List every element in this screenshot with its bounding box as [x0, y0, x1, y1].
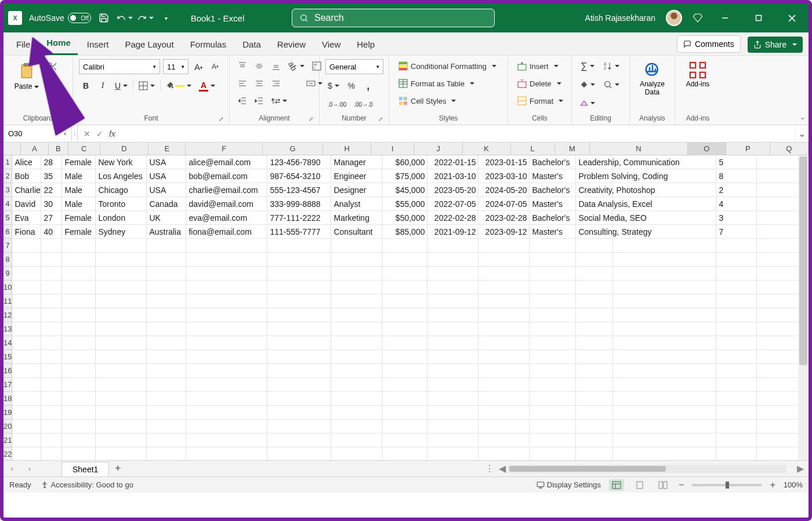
cell[interactable]: 3 — [716, 211, 757, 224]
cell[interactable] — [613, 364, 716, 377]
row-header[interactable]: 7 — [3, 239, 12, 253]
cell[interactable] — [478, 239, 530, 252]
cell[interactable] — [96, 322, 147, 336]
cell[interactable] — [530, 294, 576, 308]
cell[interactable] — [757, 350, 803, 363]
cell[interactable]: 2023-03-10 — [478, 169, 530, 183]
cell[interactable] — [96, 267, 147, 280]
cell[interactable] — [576, 364, 613, 377]
cell[interactable]: eva@email.com — [186, 211, 267, 224]
cell[interactable] — [382, 392, 427, 405]
cell[interactable] — [331, 308, 382, 322]
cell[interactable]: 123-456-7890 — [267, 155, 331, 169]
cell[interactable] — [427, 406, 478, 419]
cell[interactable] — [613, 420, 716, 433]
paste-button[interactable]: Paste — [9, 59, 44, 93]
cell[interactable] — [62, 322, 96, 336]
cell[interactable] — [576, 308, 613, 322]
row-header[interactable]: 12 — [3, 308, 12, 322]
cell[interactable] — [613, 155, 716, 169]
column-header[interactable]: F — [186, 143, 263, 155]
cell[interactable] — [62, 420, 96, 433]
row-header[interactable]: 13 — [3, 322, 12, 336]
cell[interactable] — [716, 392, 757, 405]
cell[interactable]: 40 — [41, 225, 62, 238]
cell[interactable] — [331, 322, 382, 336]
fx-icon[interactable]: fx — [109, 129, 115, 139]
cell[interactable] — [427, 294, 478, 308]
cell[interactable] — [757, 322, 803, 336]
cell[interactable] — [186, 267, 267, 280]
cell[interactable] — [613, 322, 716, 336]
cell[interactable] — [147, 267, 186, 280]
cell[interactable] — [41, 420, 62, 433]
cell[interactable]: David — [12, 197, 41, 210]
cell[interactable]: Engineer — [331, 169, 382, 183]
cell[interactable] — [427, 447, 478, 460]
cancel-formula-icon[interactable]: ✕ — [84, 129, 90, 139]
decrease-indent-icon[interactable] — [235, 94, 249, 108]
borders-button[interactable] — [136, 79, 157, 93]
accessibility-status[interactable]: Accessibility: Good to go — [41, 480, 133, 489]
cell[interactable] — [613, 378, 716, 391]
cell[interactable]: Bachelor's — [530, 211, 576, 224]
cell[interactable] — [757, 378, 803, 391]
cell[interactable]: Manager — [331, 155, 382, 169]
normal-view-icon[interactable] — [609, 479, 624, 491]
cell[interactable]: Eva — [12, 211, 41, 224]
font-color-button[interactable]: A — [197, 79, 217, 93]
cell[interactable] — [96, 280, 147, 294]
cell[interactable] — [613, 280, 716, 294]
cell[interactable] — [613, 183, 716, 196]
cell[interactable] — [757, 239, 803, 252]
cell[interactable] — [757, 155, 803, 169]
tab-review[interactable]: Review — [270, 35, 313, 55]
cell[interactable] — [613, 447, 716, 460]
cell[interactable] — [186, 253, 267, 266]
cell[interactable] — [267, 308, 331, 322]
formula-expand-icon[interactable]: ⌄ — [795, 125, 809, 142]
tab-formulas[interactable]: Formulas — [183, 35, 234, 55]
cell[interactable] — [12, 433, 41, 447]
column-header[interactable]: G — [263, 143, 323, 155]
cell[interactable] — [530, 308, 576, 322]
add-sheet-button[interactable]: + — [109, 462, 126, 475]
cell[interactable]: 2 — [716, 183, 757, 196]
cell[interactable] — [62, 336, 96, 349]
row-header[interactable]: 1 — [3, 155, 12, 169]
hscroll-left-icon[interactable]: ◀ — [499, 463, 506, 474]
column-header[interactable]: J — [414, 143, 462, 155]
column-header[interactable]: D — [100, 143, 148, 155]
cell[interactable] — [427, 378, 478, 391]
cell[interactable] — [716, 322, 757, 336]
cell[interactable] — [186, 420, 267, 433]
cell[interactable] — [12, 420, 41, 433]
cell[interactable] — [12, 239, 41, 252]
cell[interactable] — [331, 433, 382, 447]
cell[interactable] — [530, 420, 576, 433]
cell[interactable]: 987-654-3210 — [267, 169, 331, 183]
tab-view[interactable]: View — [315, 35, 347, 55]
analyze-data-button[interactable]: Analyze Data — [636, 59, 669, 99]
underline-button[interactable]: U — [113, 79, 130, 93]
cell[interactable]: Male — [62, 197, 96, 210]
cell[interactable]: Master's — [530, 197, 576, 210]
tab-data[interactable]: Data — [235, 35, 268, 55]
cell[interactable]: 111-555-7777 — [267, 225, 331, 238]
cell[interactable] — [267, 280, 331, 294]
cell[interactable] — [41, 253, 62, 266]
cell[interactable] — [267, 267, 331, 280]
cell[interactable] — [427, 350, 478, 363]
cell[interactable] — [427, 392, 478, 405]
autosum-button[interactable]: ∑ — [578, 59, 597, 73]
cell[interactable] — [716, 447, 757, 460]
cell[interactable] — [147, 447, 186, 460]
cell[interactable]: USA — [147, 155, 186, 169]
cell[interactable] — [530, 447, 576, 460]
cell[interactable] — [186, 364, 267, 377]
cell[interactable] — [147, 364, 186, 377]
cell[interactable] — [147, 308, 186, 322]
cell[interactable] — [267, 322, 331, 336]
cell[interactable] — [716, 294, 757, 308]
cell[interactable]: fiona@email.com — [186, 225, 267, 238]
